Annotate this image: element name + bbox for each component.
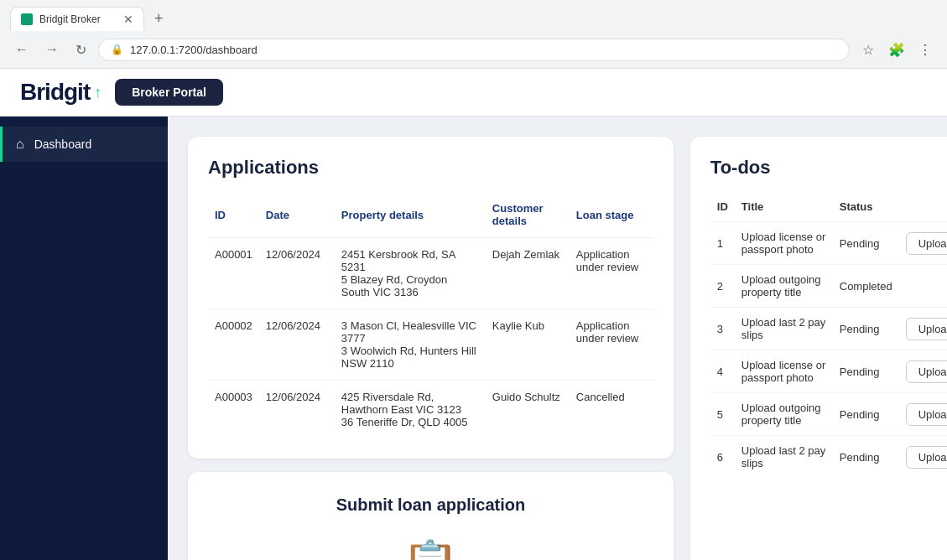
todo-action: Upload [899,350,947,393]
submit-loan-card: Submit loan application 📋 ✓ Submit appli… [188,472,674,560]
todo-action: Upload [899,393,947,436]
list-item: 1 Upload license or passport photo Pendi… [710,222,947,265]
browser-chrome: Bridgit Broker ✕ + ← → ↻ 🔒 127.0.0.1:720… [0,0,947,69]
list-item: 6 Upload last 2 pay slips Pending Upload [710,436,947,479]
todo-status: Pending [833,222,899,265]
todos-title: To-dos [710,157,947,179]
cell-stage: Application under review [570,309,653,381]
list-item: 4 Upload license or passport photo Pendi… [710,350,947,393]
todo-title: Upload license or passport photo [735,222,833,265]
tab-close-button[interactable]: ✕ [123,13,133,26]
todo-col-status: Status [833,195,899,222]
col-stage: Loan stage [570,195,653,238]
list-item: 5 Upload outgoing property title Pending… [710,393,947,436]
upload-button[interactable]: Upload [906,446,947,469]
applications-title: Applications [208,157,653,179]
back-button[interactable]: ← [10,39,34,60]
todo-col-id: ID [710,195,735,222]
forward-button[interactable]: → [40,39,64,60]
cell-property: 425 Riversdale Rd, Hawthorn East VIC 312… [335,381,486,439]
todo-status: Completed [833,265,899,308]
table-row: A00003 12/06/2024 425 Riversdale Rd, Haw… [208,381,653,439]
cell-customer: Kaylie Kub [486,309,570,381]
todo-status: Pending [833,308,899,350]
todos-card: To-dos ID Title Status 1 Upload license … [690,137,947,560]
cell-customer: Dejah Zemlak [486,238,570,309]
table-row: A00001 12/06/2024 2451 Kersbrook Rd, SA … [208,238,653,309]
url-text: 127.0.0.1:7200/dashboard [130,44,837,56]
new-tab-button[interactable]: + [148,7,170,31]
list-item: 3 Upload last 2 pay slips Pending Upload [710,308,947,350]
todo-action [899,265,947,308]
cell-stage: Cancelled [570,381,653,439]
todo-col-action [899,195,947,222]
app-layout: ⌂ Dashboard Applications ID Date Propert… [0,117,947,560]
todo-title: Upload last 2 pay slips [735,436,833,479]
tab-favicon [21,13,33,25]
logo-container: Bridgit ↑ [20,79,101,106]
todo-title: Upload outgoing property title [735,393,833,436]
col-customer: Customer details [486,195,570,238]
todo-title: Upload license or passport photo [735,350,833,393]
cell-property: 3 Mason Cl, Healesville VIC 37773 Woolwi… [335,309,486,381]
menu-icon[interactable]: ⋮ [913,38,937,61]
active-tab[interactable]: Bridgit Broker ✕ [10,7,144,31]
bookmark-icon[interactable]: ☆ [856,38,880,61]
todo-id: 5 [710,393,735,436]
todo-status: Pending [833,393,899,436]
todo-action: Upload [899,308,947,350]
extensions-icon[interactable]: 🧩 [885,38,908,61]
todo-id: 4 [710,350,735,393]
cell-id: A00001 [208,238,259,309]
todo-action: Upload [899,222,947,265]
todos-table: ID Title Status 1 Upload license or pass… [710,195,947,478]
todo-col-title: Title [735,195,833,222]
submit-loan-icon: 📋 ✓ [397,531,464,560]
broker-portal-button[interactable]: Broker Portal [115,79,223,106]
logo-leaf-icon: ↑ [94,84,101,101]
browser-toolbar: ← → ↻ 🔒 127.0.0.1:7200/dashboard ☆ 🧩 ⋮ [0,31,947,68]
todo-status: Pending [833,350,899,393]
sidebar-label-dashboard: Dashboard [34,137,92,151]
dashboard-icon: ⌂ [16,137,24,152]
todo-title: Upload outgoing property title [735,265,833,308]
cell-id: A00002 [208,309,259,381]
cell-customer: Guido Schultz [486,381,570,439]
todo-status: Pending [833,436,899,479]
sidebar: ⌂ Dashboard [0,117,168,560]
applications-table: ID Date Property details Customer detail… [208,195,653,438]
todo-id: 2 [710,265,735,308]
reload-button[interactable]: ↻ [70,39,91,61]
todo-id: 1 [710,222,735,265]
todo-action: Upload [899,436,947,479]
submit-loan-title: Submit loan application [336,495,526,515]
cell-stage: Application under review [570,238,653,309]
table-row: A00002 12/06/2024 3 Mason Cl, Healesvill… [208,309,653,381]
applications-panel: Applications ID Date Property details Cu… [188,137,674,560]
todo-id: 6 [710,436,735,479]
app-header: Bridgit ↑ Broker Portal [0,69,947,117]
todo-id: 3 [710,308,735,350]
cell-date: 12/06/2024 [259,381,335,439]
upload-button[interactable]: Upload [906,318,947,340]
col-property: Property details [335,195,486,238]
address-bar[interactable]: 🔒 127.0.0.1:7200/dashboard [98,39,850,61]
list-item: 2 Upload outgoing property title Complet… [710,265,947,308]
cell-property: 2451 Kersbrook Rd, SA 52315 Blazey Rd, C… [335,238,486,309]
sidebar-item-dashboard[interactable]: ⌂ Dashboard [0,127,168,162]
upload-button[interactable]: Upload [906,403,947,426]
upload-button[interactable]: Upload [906,232,947,255]
document-icon: 📋 [401,537,460,560]
upload-button[interactable]: Upload [906,360,947,383]
todo-title: Upload last 2 pay slips [735,308,833,350]
lock-icon: 🔒 [111,44,123,55]
tab-bar: Bridgit Broker ✕ + [0,0,947,31]
tab-title: Bridgit Broker [39,13,101,25]
applications-card: Applications ID Date Property details Cu… [188,137,674,459]
sidebar-nav: ⌂ Dashboard [0,117,168,172]
col-date: Date [259,195,335,238]
cell-date: 12/06/2024 [259,238,335,309]
main-content: Applications ID Date Property details Cu… [168,117,947,560]
col-id: ID [208,195,259,238]
logo-wordmark: Bridgit [20,79,90,106]
